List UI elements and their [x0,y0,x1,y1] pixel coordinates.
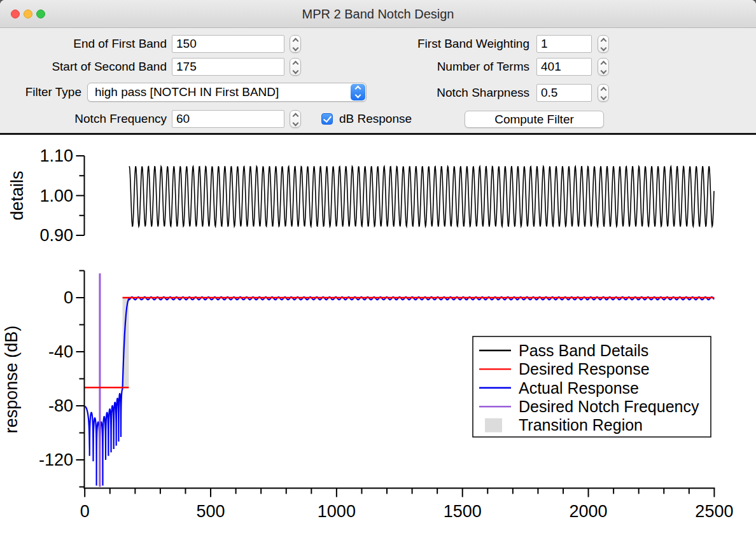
legend: Pass Band DetailsDesired ResponseActual … [473,336,711,437]
stepper-up-icon[interactable] [600,38,606,45]
notch-frequency-label: Notch Frequency [0,110,167,128]
svg-text:-80: -80 [48,396,73,415]
control-panel: End of First Band First Band Weighting S… [0,28,756,133]
app-window: 1.101.000.90details0-40-80-1200500100015… [0,0,756,547]
svg-text:2000: 2000 [570,502,608,521]
first-band-weighting-label: First Band Weighting [356,35,529,53]
svg-text:1.10: 1.10 [39,146,73,165]
details-plot: 1.101.000.90details [8,146,714,245]
filter-type-value: high pass [NOTCH IN First BAND] [95,83,279,101]
number-of-terms-label: Number of Terms [356,58,529,76]
first-band-weighting-stepper[interactable] [598,35,609,53]
panel-separator [0,133,756,135]
legend-sample-patch [485,419,502,433]
start-of-second-band-stepper[interactable] [290,58,301,76]
end-of-first-band-input[interactable] [172,35,284,53]
svg-text:1500: 1500 [444,502,482,521]
end-of-first-band-label: End of First Band [0,35,167,53]
svg-text:2500: 2500 [695,502,733,521]
pass-band-details-curve [129,166,714,226]
titlebar: MPR 2 Band Notch Design [0,0,756,28]
filter-type-label: Filter Type [0,83,81,101]
stepper-down-icon[interactable] [600,68,606,74]
notch-sharpness-label: Notch Sharpness [356,84,529,102]
start-of-second-band-input[interactable] [172,58,284,76]
first-band-weighting-input[interactable] [536,35,592,53]
stepper-down-icon[interactable] [292,120,298,127]
number-of-terms-stepper[interactable] [598,58,609,76]
svg-text:500: 500 [197,502,225,521]
end-of-first-band-stepper[interactable] [290,35,301,53]
window-title: MPR 2 Band Notch Design [0,0,756,28]
legend-entry-label: Desired Notch Frequency [519,398,699,415]
svg-text:1000: 1000 [318,502,356,521]
compute-filter-button[interactable]: Compute Filter [465,111,604,128]
stepper-down-icon[interactable] [292,45,298,52]
number-of-terms-input[interactable] [536,58,592,76]
svg-text:0.90: 0.90 [39,226,73,245]
notch-sharpness-input[interactable] [536,84,592,102]
legend-entry-label: Actual Response [519,379,639,397]
svg-text:details: details [8,170,27,220]
legend-entry-label: Pass Band Details [519,342,648,359]
stepper-up-icon[interactable] [292,113,298,120]
db-response-label: dB Response [339,110,441,128]
stepper-up-icon[interactable] [292,61,298,67]
stepper-down-icon[interactable] [600,45,606,52]
notch-frequency-input[interactable] [172,110,284,128]
stepper-up-icon[interactable] [600,87,606,93]
stepper-up-icon[interactable] [292,38,298,45]
stepper-down-icon[interactable] [600,94,606,100]
stepper-down-icon[interactable] [292,68,298,74]
notch-frequency-stepper[interactable] [290,110,301,128]
start-of-second-band-label: Start of Second Band [0,58,167,76]
svg-text:-120: -120 [39,450,73,469]
db-response-checkbox[interactable] [321,113,333,125]
legend-entry-label: Desired Response [519,360,650,378]
svg-text:-40: -40 [48,342,73,361]
svg-text:0: 0 [64,288,73,307]
svg-text:response (dB): response (dB) [2,326,21,434]
notch-sharpness-stepper[interactable] [598,84,609,102]
filter-type-popup[interactable]: high pass [NOTCH IN First BAND] [87,83,367,102]
legend-entry-label: Transition Region [519,416,643,434]
stepper-up-icon[interactable] [600,61,606,67]
svg-text:1.00: 1.00 [39,186,73,205]
svg-text:0: 0 [80,502,90,521]
